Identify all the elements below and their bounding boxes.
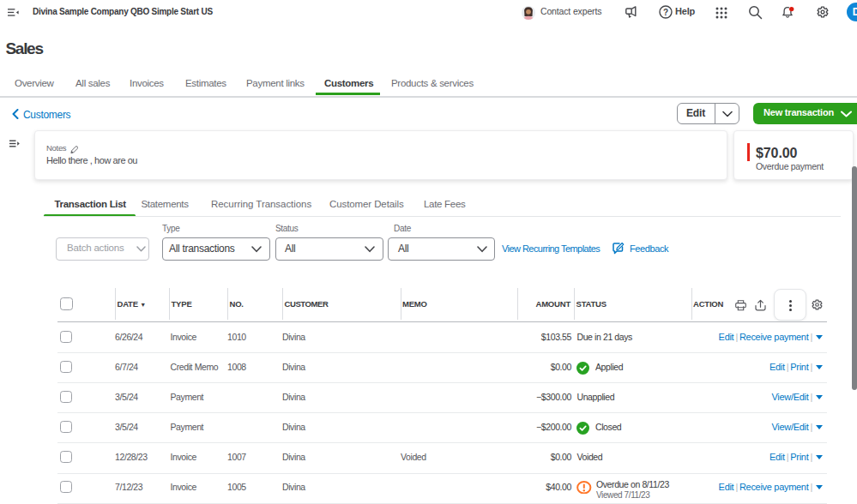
svg-text:?: ? (663, 8, 668, 17)
